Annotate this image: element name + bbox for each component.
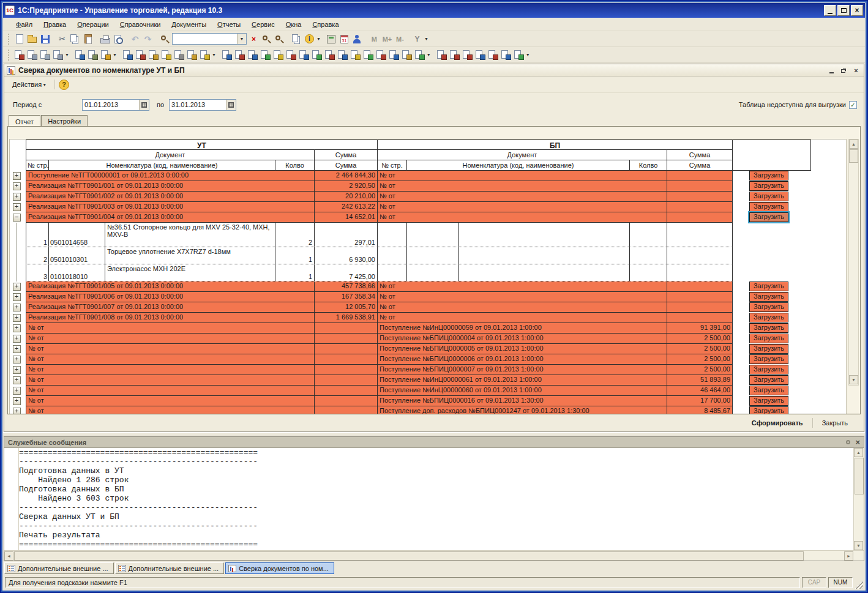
ut-qty-cell[interactable]: 1: [275, 264, 315, 281]
window-tab-3[interactable]: Сверка документов по ном...: [225, 562, 334, 574]
find-combobox[interactable]: ▼: [172, 33, 247, 45]
bp-sum-cell[interactable]: [667, 212, 733, 222]
toolbar2-icon-3-10[interactable]: [349, 49, 362, 61]
scroll-up-arrow-icon[interactable]: ▲: [854, 448, 863, 457]
bp-sum-cell[interactable]: [667, 171, 733, 181]
bp-document-cell[interactable]: № от: [378, 292, 667, 302]
actions-menu-button[interactable]: Действия ▼: [8, 78, 51, 91]
bp-code-cell[interactable]: [407, 247, 459, 264]
search-icon[interactable]: [159, 33, 171, 45]
bp-name-cell[interactable]: [459, 223, 630, 247]
bp-sum-cell[interactable]: 2 500,00: [667, 365, 733, 375]
report-close-button[interactable]: ×: [851, 65, 861, 75]
ut-document-cell[interactable]: Реализация №ТГТ0901/006 от 09.01.2013 0:…: [26, 292, 315, 302]
toolbar2-icon-2-6[interactable]: [198, 49, 211, 61]
scroll-right-arrow-icon[interactable]: ►: [844, 551, 853, 561]
toolbar2-icon-3-9[interactable]: [336, 49, 349, 61]
bp-qty-cell[interactable]: [630, 247, 667, 264]
bp-document-cell[interactable]: № от: [378, 282, 667, 291]
ut-document-cell[interactable]: Реализация №ТГТ0901/004 от 09.01.2013 0:…: [26, 212, 315, 222]
search-input[interactable]: [173, 34, 237, 43]
toolbar2-icon-3-3[interactable]: [259, 49, 272, 61]
ut-sum-cell[interactable]: 457 738,66: [315, 282, 378, 291]
cut-icon[interactable]: ✂: [56, 33, 69, 45]
bp-document-cell[interactable]: № от: [378, 202, 667, 212]
expand-toggle-button[interactable]: +: [13, 356, 21, 364]
ut-sum-cell[interactable]: [315, 375, 378, 385]
scrollbar-thumb[interactable]: [849, 149, 858, 163]
toolbar-grip[interactable]: [8, 50, 10, 61]
toolbar2-icon-2-4[interactable]: [173, 49, 185, 61]
bp-rownum-cell[interactable]: [378, 264, 407, 281]
close-messages-icon[interactable]: ×: [855, 438, 860, 447]
ut-sum-cell[interactable]: 20 210,00: [315, 192, 378, 201]
ut-document-cell[interactable]: Реализация №ТГТ0901/007 от 09.01.2013 0:…: [26, 302, 315, 312]
toolbar2-icon-2-3[interactable]: [160, 49, 173, 61]
toolbar2-icon-3-1[interactable]: [233, 49, 246, 61]
toolbar2-icon-0-1[interactable]: [26, 49, 39, 61]
copy-icon[interactable]: [69, 33, 81, 45]
ut-document-cell[interactable]: № от: [26, 334, 315, 343]
expand-toggle-button[interactable]: +: [13, 172, 21, 180]
ut-sum-cell[interactable]: [315, 386, 378, 395]
bp-document-cell[interactable]: № от: [378, 192, 667, 201]
service-settings-icon[interactable]: Y: [411, 33, 424, 45]
menu-Справочники[interactable]: Справочники: [114, 19, 166, 30]
ut-rownum-cell[interactable]: 1: [26, 223, 49, 247]
window-tab-1[interactable]: Дополнительные внешние ...: [4, 562, 114, 574]
load-button[interactable]: Загрузить: [749, 292, 788, 302]
toolbar2-icon-4-4[interactable]: [487, 49, 499, 61]
toolbar2-icon-2-2[interactable]: [147, 49, 160, 61]
bp-sum-cell[interactable]: [667, 302, 733, 312]
toolbar2-icon-3-5[interactable]: [285, 49, 297, 61]
bp-name-cell[interactable]: [459, 247, 630, 264]
bp-sum-cell[interactable]: 51 893,89: [667, 375, 733, 385]
find-next-icon[interactable]: [273, 33, 286, 45]
ut-sum-cell[interactable]: 6 930,00: [315, 247, 378, 264]
bp-document-cell[interactable]: Поступление №БПИЦ0000004 от 09.01.2013 1…: [378, 334, 667, 343]
ut-sum-cell[interactable]: [315, 323, 378, 333]
load-button[interactable]: Загрузить: [749, 202, 788, 212]
load-button[interactable]: Загрузить: [749, 354, 788, 364]
scroll-up-arrow-icon[interactable]: ▲: [849, 140, 858, 149]
chevron-down-icon[interactable]: ▼: [65, 53, 69, 57]
toolbar2-icon-3-14[interactable]: [400, 49, 413, 61]
ut-sum-cell[interactable]: 14 652,01: [315, 212, 378, 222]
toolbar2-icon-3-13[interactable]: [387, 49, 400, 61]
ut-qty-cell[interactable]: 1: [275, 247, 315, 264]
toolbar-grip[interactable]: [8, 34, 10, 45]
bp-sum-cell[interactable]: [667, 223, 733, 247]
copy-format-icon[interactable]: [290, 33, 303, 45]
ut-sum-cell[interactable]: 1 669 538,91: [315, 313, 378, 323]
messages-vertical-scrollbar[interactable]: ▲ ▼: [853, 448, 864, 550]
ut-sum-cell[interactable]: [315, 406, 378, 414]
redo-icon[interactable]: ↷: [141, 33, 154, 45]
undo-icon[interactable]: ↶: [129, 33, 141, 45]
toolbar2-icon-0-3[interactable]: [51, 49, 64, 61]
bp-sum-cell[interactable]: [667, 264, 733, 281]
ut-name-cell[interactable]: Электронасос MXH 202E: [105, 264, 275, 281]
bp-qty-cell[interactable]: [630, 264, 667, 281]
bp-sum-cell[interactable]: 46 464,00: [667, 386, 733, 395]
load-button[interactable]: Загрузить: [749, 406, 788, 414]
ut-document-cell[interactable]: № от: [26, 323, 315, 333]
toolbar2-icon-3-6[interactable]: [297, 49, 310, 61]
new-document-icon[interactable]: [13, 33, 26, 45]
info-icon[interactable]: i: [303, 33, 316, 45]
bp-qty-cell[interactable]: [630, 223, 667, 247]
chevron-down-icon[interactable]: ▼: [113, 53, 117, 57]
ut-sum-cell[interactable]: [315, 344, 378, 354]
expand-toggle-button[interactable]: +: [13, 203, 21, 211]
ut-document-cell[interactable]: Реализация №ТГТ0901/003 от 09.01.2013 0:…: [26, 202, 315, 212]
vertical-scrollbar[interactable]: ▲ ▼: [848, 139, 859, 386]
scroll-down-arrow-icon[interactable]: ▼: [849, 375, 858, 384]
print-icon[interactable]: [99, 33, 111, 45]
ut-document-cell[interactable]: № от: [26, 375, 315, 385]
ut-document-cell[interactable]: Реализация №ТГТ0901/005 от 09.01.2013 0:…: [26, 282, 315, 291]
minimize-button[interactable]: [824, 5, 836, 16]
collapse-toggle-button[interactable]: −: [13, 214, 21, 222]
bp-document-cell[interactable]: Поступление №БПИЦ0000005 от 09.01.2013 1…: [378, 344, 667, 354]
toolbar2-icon-2-5[interactable]: [185, 49, 198, 61]
bp-sum-cell[interactable]: [667, 282, 733, 291]
ut-code-cell[interactable]: 0501010301: [49, 247, 105, 264]
